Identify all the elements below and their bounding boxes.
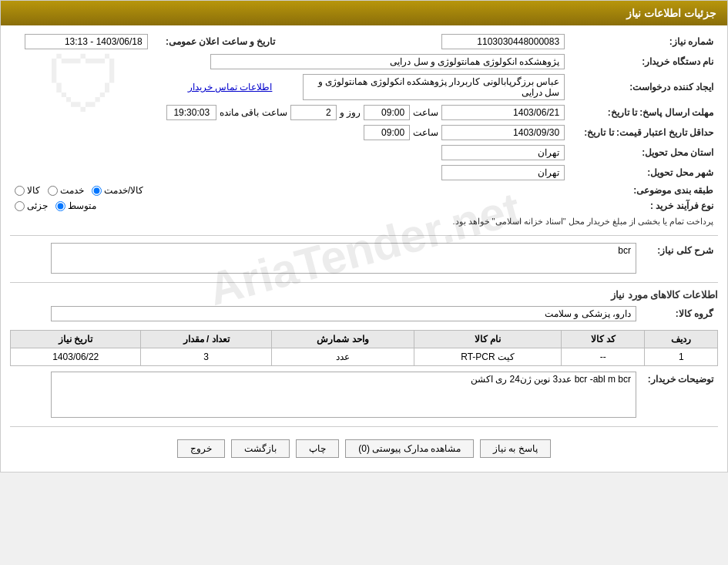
deadline-group: 1403/06/21 ساعت 09:00 روز و 2 ساعت باقی …	[15, 105, 565, 120]
creator-value: عباس برزگرپابالونی کاربردار پژوهشکده انک…	[280, 72, 569, 103]
province-value: تهران	[10, 143, 569, 163]
main-content: 🛡 AriaTender.net شماره نیاز: 11030304480…	[1, 25, 727, 472]
items-table: ردیف کد کالا نام کالا واحد شمارش تعداد /…	[10, 330, 718, 366]
need-number-label: شماره نیاز:	[569, 32, 718, 52]
buyer-desc-value: bcr -abl m bcr عدد3 نوین ژن24 ری اکشن	[10, 369, 641, 420]
row-city: شهر محل تحویل: تهران	[10, 163, 718, 183]
remaining-label: ساعت باقی مانده	[220, 107, 287, 118]
creator-field: عباس برزگرپابالونی کاربردار پژوهشکده انک…	[303, 74, 565, 100]
buyer-desc-label: توضیحات خریدار:	[641, 369, 718, 420]
creator-label: ایجاد کننده درخواست:	[569, 72, 718, 103]
category-kala-item: کالا	[15, 185, 40, 196]
category-khedmat-radio[interactable]	[48, 186, 58, 196]
row-goods-group: گروه کالا: دارو، پزشکی و سلامت	[10, 304, 718, 324]
deadline-day-field: 2	[290, 105, 337, 120]
back-button[interactable]: بازگشت	[231, 439, 290, 458]
category-kala-khedmat-label: کالا/خدمت	[104, 185, 143, 196]
province-label: استان محل تحویل:	[569, 143, 718, 163]
print-button[interactable]: چاپ	[296, 439, 339, 458]
description-table: شرح کلی نیاز: bcr	[10, 240, 718, 276]
deadline-value: 1403/06/21 ساعت 09:00 روز و 2 ساعت باقی …	[10, 103, 569, 123]
timer-field: 19:30:03	[166, 105, 216, 120]
validity-group: 1403/09/30 ساعت 09:00	[15, 125, 565, 140]
buyer-name-field: پژوهشکده انکولوژی همانتولوژی و سل درایی	[210, 54, 565, 69]
category-kala-khedmat-item: کالا/خدمت	[92, 185, 143, 196]
category-label: طبقه بندی موضوعی:	[569, 183, 718, 198]
goods-group-table: گروه کالا: دارو، پزشکی و سلامت	[10, 304, 718, 324]
goods-group-value: دارو، پزشکی و سلامت	[10, 304, 641, 324]
row-category: طبقه بندی موضوعی: کالا خدمت	[10, 183, 718, 198]
category-khedmat-label: خدمت	[60, 185, 84, 196]
col-name: نام کالا	[414, 331, 562, 348]
city-value: تهران	[10, 163, 569, 183]
category-kala-khedmat-radio[interactable]	[92, 186, 102, 196]
col-row: ردیف	[645, 331, 718, 348]
payment-note: پرداخت تمام یا بخشی از مبلغ خریدار محل "…	[452, 217, 713, 226]
goods-group-field: دارو، پزشکی و سلامت	[51, 306, 636, 321]
page-title: جزئیات اطلاعات نیاز	[626, 7, 716, 19]
city-label: شهر محل تحویل:	[569, 163, 718, 183]
col-qty: تعداد / مقدار	[141, 331, 271, 348]
table-row: 1--کیت RT-PCRعدد31403/06/22	[11, 348, 718, 366]
row-deadline: مهلت ارسال پاسخ: تا تاریخ: 1403/06/21 سا…	[10, 103, 718, 123]
row-province: استان محل تحویل: تهران	[10, 143, 718, 163]
items-table-header: ردیف کد کالا نام کالا واحد شمارش تعداد /…	[11, 331, 718, 348]
description-label: شرح کلی نیاز:	[641, 240, 718, 276]
buyer-desc-field: bcr -abl m bcr عدد3 نوین ژن24 ری اکشن	[51, 372, 636, 418]
info-table: شماره نیاز: 1103030448000083 تاریخ و ساع…	[10, 32, 718, 229]
purchase-type-value: جزئی متوسط	[10, 198, 569, 214]
buyer-name-label: نام دستگاه خریدار:	[569, 52, 718, 72]
purchase-jozei-item: جزئی	[15, 200, 48, 211]
province-field: تهران	[441, 145, 565, 160]
validity-time-field: 09:00	[364, 125, 410, 140]
deadline-time-label: ساعت	[413, 107, 438, 118]
bottom-buttons: پاسخ به نیاز مشاهده مدارک پیوستی (0) چاپ…	[10, 432, 718, 466]
cell-qty: 3	[141, 348, 271, 366]
row-payment-note: پرداخت تمام یا بخشی از مبلغ خریدار محل "…	[10, 214, 718, 229]
view-docs-button[interactable]: مشاهده مدارک پیوستی (0)	[345, 439, 474, 458]
contact-link[interactable]: اطلاعات تماس خریدار	[188, 82, 273, 92]
validity-time-label: ساعت	[413, 127, 438, 138]
need-number-value: 1103030448000083	[303, 32, 569, 52]
deadline-date-field: 1403/06/21	[441, 105, 565, 120]
buyer-desc-table: توضیحات خریدار: bcr -abl m bcr عدد3 نوین…	[10, 369, 718, 420]
row-purchase-type: نوع فرآیند خرید : جزئی متوسط	[10, 198, 718, 214]
purchase-motaset-radio[interactable]	[55, 201, 65, 211]
row-description: شرح کلی نیاز: bcr	[10, 240, 718, 276]
purchase-jozei-radio[interactable]	[15, 201, 25, 211]
announcement-datetime-field: 1403/06/18 - 13:13	[25, 34, 148, 49]
exit-button[interactable]: خروج	[177, 439, 225, 458]
validity-label: حداقل تاریخ اعتبار قیمت: تا تاریخ:	[569, 123, 718, 143]
deadline-day-label: روز و	[340, 107, 361, 118]
row-buyer-name: نام دستگاه خریدار: پژوهشکده انکولوژی هما…	[10, 52, 718, 72]
announcement-datetime-label: تاریخ و ساعت اعلان عمومی:	[153, 32, 280, 52]
respond-button[interactable]: پاسخ به نیاز	[480, 439, 551, 458]
city-field: تهران	[441, 165, 565, 180]
purchase-type-label: نوع فرآیند خرید :	[569, 198, 718, 214]
announcement-datetime-value: 1403/06/18 - 13:13	[10, 32, 153, 52]
page-wrapper: جزئیات اطلاعات نیاز 🛡 AriaTender.net شما…	[0, 0, 728, 473]
description-field: bcr	[51, 243, 636, 274]
purchase-motaset-item: متوسط	[55, 200, 96, 211]
col-code: کد کالا	[562, 331, 645, 348]
category-radio-group: کالا خدمت کالا/خدمت	[15, 185, 565, 196]
separator-3	[10, 426, 718, 427]
category-khedmat-item: خدمت	[48, 185, 84, 196]
category-kala-radio[interactable]	[15, 186, 25, 196]
purchase-radio-group: جزئی متوسط	[15, 200, 565, 211]
cell-name: کیت RT-PCR	[414, 348, 562, 366]
items-header-row: ردیف کد کالا نام کالا واحد شمارش تعداد /…	[11, 331, 718, 348]
validity-date-field: 1403/09/30	[441, 125, 565, 140]
page-header: جزئیات اطلاعات نیاز	[1, 1, 727, 25]
purchase-jozei-label: جزئی	[27, 200, 48, 211]
row-validity: حداقل تاریخ اعتبار قیمت: تا تاریخ: 1403/…	[10, 123, 718, 143]
deadline-time-field: 09:00	[364, 105, 410, 120]
row-creator: ایجاد کننده درخواست: عباس برزگرپابالونی …	[10, 72, 718, 103]
cell-code: --	[562, 348, 645, 366]
need-number-field: 1103030448000083	[441, 34, 565, 49]
cell-date: 1403/06/22	[11, 348, 141, 366]
purchase-motaset-label: متوسط	[68, 200, 96, 211]
validity-value: 1403/09/30 ساعت 09:00	[10, 123, 569, 143]
deadline-label: مهلت ارسال پاسخ: تا تاریخ:	[569, 103, 718, 123]
buyer-name-value: پژوهشکده انکولوژی همانتولوژی و سل درایی	[10, 52, 569, 72]
